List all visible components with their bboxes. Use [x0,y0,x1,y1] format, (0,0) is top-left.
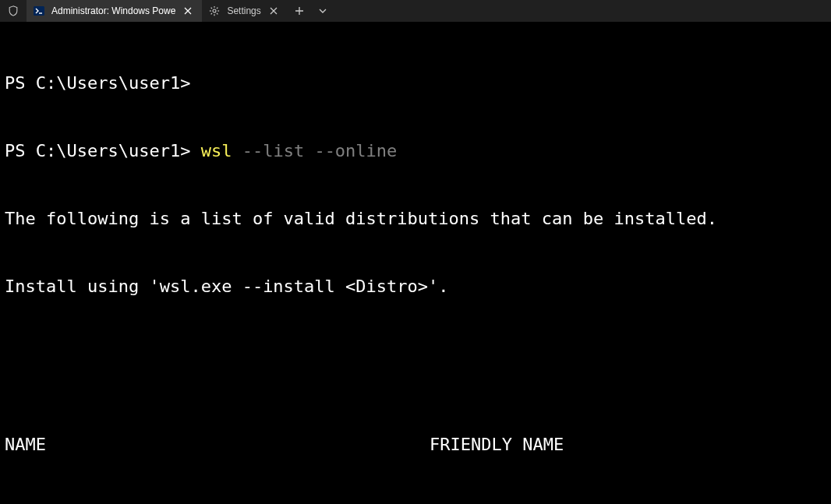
svg-line-9 [211,13,212,14]
svg-line-7 [217,13,217,14]
command-exe: wsl [201,141,232,160]
tab-dropdown-button[interactable] [311,0,334,22]
tab-powershell[interactable]: Administrator: Windows Powe [27,0,202,22]
powershell-icon [33,5,45,17]
close-icon[interactable] [182,5,194,17]
prompt: PS C:\Users\user1> [5,141,201,160]
terminal-output[interactable]: PS C:\Users\user1> PS C:\Users\user1> ws… [0,22,831,504]
prompt: PS C:\Users\user1> [5,73,190,93]
tab-title: Settings [227,5,260,16]
header-friendly: FRIENDLY NAME [430,433,826,456]
command-args: --list --online [232,141,397,160]
new-tab-button[interactable] [288,0,311,22]
header-name: NAME [5,433,430,456]
shield-icon [0,0,27,22]
tab-settings[interactable]: Settings [202,0,287,22]
svg-line-6 [211,8,212,9]
table-header: NAME FRIENDLY NAME [5,433,826,456]
gear-icon [208,5,221,17]
svg-rect-0 [34,6,44,16]
svg-line-8 [217,8,217,9]
output-line: Install using 'wsl.exe --install <Distro… [5,275,826,298]
close-icon[interactable] [267,5,280,17]
titlebar: Administrator: Windows Powe Settings [0,0,831,22]
output-line: The following is a list of valid distrib… [5,207,826,230]
tab-title: Administrator: Windows Powe [51,5,175,16]
svg-point-1 [213,9,216,12]
